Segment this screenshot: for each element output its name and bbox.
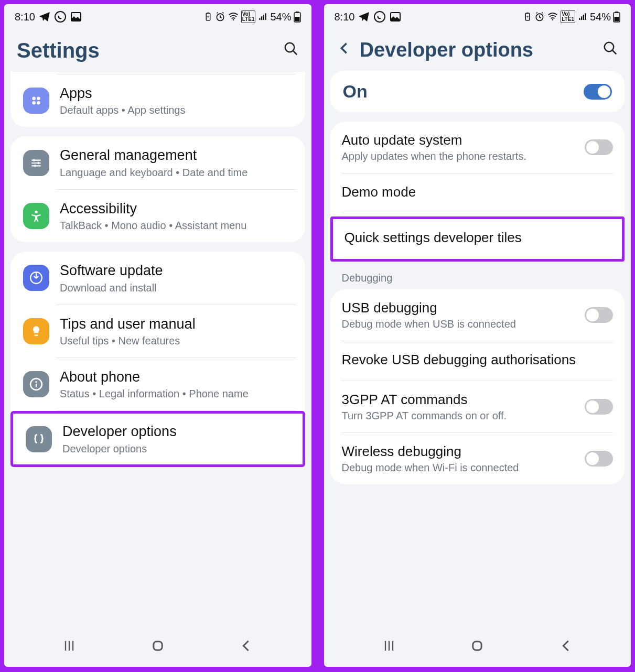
- option-title: Demo mode: [342, 184, 614, 200]
- item-title: Tips and user manual: [60, 316, 293, 332]
- search-icon[interactable]: [602, 40, 618, 60]
- option-subtitle: Debug mode when Wi-Fi is connected: [342, 462, 578, 474]
- settings-item-general-management[interactable]: General management Language and keyboard…: [20, 136, 296, 189]
- toggle-switch[interactable]: [585, 139, 613, 155]
- settings-screen: 8:10 + Vo)LTE1 54% Settings Apps: [4, 4, 311, 667]
- home-button[interactable]: [150, 638, 165, 655]
- item-title: Developer options: [62, 423, 290, 440]
- master-toggle-label: On: [343, 81, 368, 102]
- battery-percent: 54%: [270, 11, 291, 23]
- svg-point-24: [374, 12, 385, 22]
- svg-rect-23: [154, 642, 162, 650]
- svg-text:+: +: [207, 14, 209, 19]
- svg-rect-35: [473, 642, 481, 650]
- settings-card: General management Language and keyboard…: [10, 136, 305, 242]
- braces-icon: [26, 426, 52, 452]
- settings-item-accessibility[interactable]: Accessibility TalkBack • Mono audio • As…: [20, 190, 296, 242]
- option-usb-debugging[interactable]: USB debugging Debug mode when USB is con…: [342, 289, 614, 341]
- svg-rect-33: [615, 17, 619, 21]
- master-toggle-switch[interactable]: [584, 84, 612, 100]
- accessibility-icon: [23, 203, 49, 229]
- svg-rect-8: [296, 12, 299, 13]
- wifi-icon: [228, 12, 239, 22]
- highlight-quick-settings-tiles: Quick settings developer tiles: [330, 216, 625, 261]
- whatsapp-icon: [373, 10, 386, 23]
- option-title: USB debugging: [342, 300, 578, 316]
- debugging-card: USB debugging Debug mode when USB is con…: [330, 289, 625, 485]
- search-icon[interactable]: [283, 41, 299, 60]
- option-subtitle: Apply updates when the phone restarts.: [342, 150, 578, 162]
- whatsapp-icon: [54, 10, 67, 23]
- settings-item-apps[interactable]: Apps Default apps • App settings: [20, 74, 296, 127]
- item-subtitle: Status • Legal information • Phone name: [60, 387, 293, 400]
- clock: 8:10: [335, 11, 355, 23]
- svg-point-10: [285, 43, 294, 52]
- svg-rect-22: [36, 384, 37, 387]
- recents-button[interactable]: [62, 638, 77, 655]
- svg-point-13: [32, 101, 35, 105]
- download-icon: [23, 265, 49, 291]
- toggle-switch[interactable]: [585, 307, 613, 323]
- option-title: Wireless debugging: [342, 443, 578, 460]
- home-button[interactable]: [470, 638, 485, 655]
- option-demo-mode[interactable]: Demo mode: [342, 174, 614, 213]
- settings-item-developer-options[interactable]: Developer options Developer options: [13, 414, 303, 464]
- master-toggle-row[interactable]: On: [330, 71, 625, 112]
- battery-saver-icon: +: [523, 12, 532, 21]
- telegram-icon: [358, 10, 370, 23]
- svg-rect-32: [615, 12, 618, 13]
- back-button[interactable]: [239, 638, 253, 655]
- svg-point-0: [55, 12, 66, 22]
- toggle-switch[interactable]: [585, 399, 613, 415]
- page-title: Settings: [17, 39, 275, 62]
- status-bar: 8:10 + Vo)LTE1 54%: [4, 4, 311, 26]
- gallery-icon: [70, 10, 82, 23]
- header: Settings: [4, 26, 311, 72]
- svg-point-30: [552, 19, 554, 21]
- item-title: Apps: [60, 85, 293, 102]
- item-title: Software update: [60, 262, 293, 279]
- svg-point-17: [34, 165, 36, 167]
- developer-options-screen: 8:10 + Vo)LTE1 54% Developer options On …: [324, 4, 631, 667]
- battery-percent: 54%: [590, 11, 611, 23]
- wifi-icon: [547, 12, 558, 22]
- page-title: Developer options: [360, 39, 595, 61]
- status-bar: 8:10 + Vo)LTE1 54%: [324, 4, 631, 26]
- gallery-icon: [389, 10, 402, 23]
- settings-card: Apps Default apps • App settings: [10, 72, 305, 127]
- alarm-icon: [534, 12, 545, 22]
- option-subtitle: Debug mode when USB is connected: [342, 318, 578, 330]
- item-subtitle: Download and install: [60, 281, 293, 294]
- option-title: Auto update system: [342, 132, 578, 148]
- option-3gpp-at-commands[interactable]: 3GPP AT commands Turn 3GPP AT commands o…: [342, 381, 614, 432]
- info-icon: [23, 371, 49, 397]
- apps-icon: [23, 88, 49, 114]
- toggle-switch[interactable]: [585, 451, 613, 467]
- item-title: About phone: [60, 368, 293, 385]
- option-revoke-usb-auth[interactable]: Revoke USB debugging authorisations: [342, 341, 614, 381]
- option-title: Quick settings developer tiles: [345, 230, 611, 246]
- option-quick-settings-tiles[interactable]: Quick settings developer tiles: [345, 219, 611, 258]
- item-subtitle: Useful tips • New features: [60, 334, 293, 347]
- option-title: Revoke USB debugging authorisations: [342, 352, 614, 368]
- svg-point-34: [605, 42, 614, 52]
- section-header-debugging: Debugging: [324, 262, 631, 289]
- item-subtitle: Language and keyboard • Date and time: [60, 166, 293, 179]
- signal-icon: [257, 12, 268, 21]
- back-button[interactable]: [558, 638, 573, 655]
- settings-item-about-phone[interactable]: About phone Status • Legal information •…: [20, 358, 296, 410]
- svg-text:+: +: [526, 14, 529, 19]
- settings-item-software-update[interactable]: Software update Download and install: [20, 252, 296, 304]
- item-title: Accessibility: [60, 200, 293, 217]
- signal-icon: [577, 12, 588, 21]
- option-wireless-debugging[interactable]: Wireless debugging Debug mode when Wi-Fi…: [342, 433, 614, 484]
- recents-button[interactable]: [382, 638, 396, 655]
- navigation-bar: [324, 629, 631, 667]
- svg-rect-3: [207, 13, 209, 14]
- option-auto-update-system[interactable]: Auto update system Apply updates when th…: [342, 122, 614, 173]
- svg-point-14: [37, 101, 40, 105]
- back-icon[interactable]: [337, 40, 351, 60]
- settings-item-tips[interactable]: Tips and user manual Useful tips • New f…: [20, 305, 296, 357]
- svg-rect-27: [527, 13, 529, 14]
- alarm-icon: [215, 12, 225, 22]
